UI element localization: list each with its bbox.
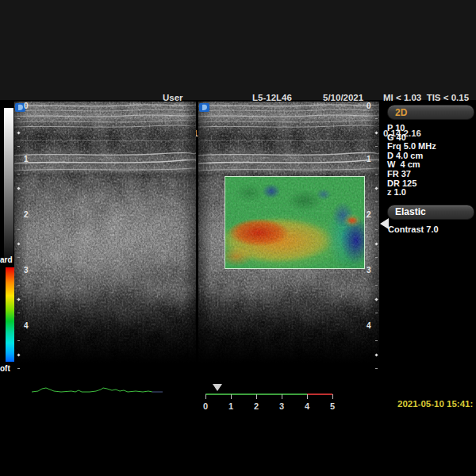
ruler-mark: 3 bbox=[367, 267, 371, 274]
mode-2d-button[interactable]: 2D bbox=[387, 105, 474, 120]
ruler-tick bbox=[375, 118, 378, 119]
probe-orientation-logo-icon bbox=[199, 103, 210, 113]
ruler-tick bbox=[375, 368, 378, 369]
compression-scale: 012345 bbox=[198, 381, 341, 414]
bmode-panel-left bbox=[14, 102, 196, 370]
scale-number: 2 bbox=[251, 401, 261, 411]
ruler-tick bbox=[17, 146, 20, 147]
ruler-tick bbox=[17, 353, 20, 356]
control-sidebar: 2D P 10G 40Frq 5.0 MHzD 4.0 cmW 4 cmFR 3… bbox=[387, 105, 474, 234]
ruler-mark: 1 bbox=[24, 155, 29, 163]
scale-tick bbox=[205, 394, 206, 399]
hard-label: ard bbox=[0, 255, 13, 264]
sidebar-param: FR 37 bbox=[387, 170, 474, 179]
ruler-tick bbox=[375, 174, 378, 175]
scale-pointer-icon[interactable] bbox=[213, 384, 222, 391]
ruler-mark: 2 bbox=[24, 211, 29, 219]
ruler-tick bbox=[374, 298, 378, 301]
mi-tis-readout: MI < 1.03 TIS < 0.15 bbox=[383, 92, 469, 104]
ultrasound-screen: User 20210510153606 L5-12L46 Thyroid 5/1… bbox=[0, 0, 476, 476]
pressure-trace bbox=[28, 382, 171, 401]
imaging-params-list: P 10G 40Frq 5.0 MHzD 4.0 cmW 4 cmFR 37DR… bbox=[387, 124, 474, 198]
ruler-mark: 1 bbox=[367, 155, 371, 163]
ruler-tick bbox=[17, 131, 20, 134]
ruler-tick bbox=[17, 298, 20, 301]
bmode-panel-right bbox=[198, 102, 379, 370]
ruler-tick bbox=[17, 313, 20, 313]
elasticity-color-bar bbox=[6, 267, 14, 362]
scale-number: 5 bbox=[328, 401, 337, 411]
ruler-mark: 2 bbox=[367, 211, 371, 219]
footer-timestamp: 2021-05-10 15:41: bbox=[397, 399, 473, 409]
elasto-texture bbox=[225, 177, 364, 268]
scale-number: 1 bbox=[226, 401, 236, 411]
scale-number: 3 bbox=[277, 401, 286, 411]
ruler-tick bbox=[17, 186, 20, 190]
depth-fade-left bbox=[14, 102, 196, 370]
scale-number: 0 bbox=[201, 401, 210, 411]
ruler-tick bbox=[375, 229, 378, 230]
ruler-tick bbox=[17, 285, 20, 286]
ruler-tick bbox=[374, 242, 378, 245]
ruler-tick bbox=[375, 313, 378, 313]
ruler-tick bbox=[374, 131, 378, 134]
depth-ruler-left: 01234 bbox=[16, 102, 33, 370]
ruler-tick bbox=[17, 242, 20, 245]
ruler-tick bbox=[375, 340, 378, 341]
ruler-mark: 3 bbox=[24, 267, 29, 274]
ruler-mark: 0 bbox=[24, 102, 29, 110]
scale-red-segment bbox=[307, 393, 332, 395]
ruler-tick bbox=[375, 257, 378, 258]
ruler-tick bbox=[17, 340, 20, 341]
scale-tick bbox=[231, 394, 232, 399]
grayscale-bar bbox=[4, 108, 13, 261]
scale-tick bbox=[256, 394, 257, 399]
soft-label: oft bbox=[0, 364, 10, 373]
ruler-tick bbox=[17, 202, 20, 202]
ruler-tick bbox=[375, 202, 378, 202]
scale-tick bbox=[282, 394, 282, 399]
trace-line bbox=[32, 388, 152, 392]
ruler-tick bbox=[17, 257, 20, 258]
sidebar-param: z 1.0 bbox=[387, 188, 474, 198]
ruler-tick bbox=[17, 174, 20, 175]
ruler-mark: 4 bbox=[367, 322, 371, 330]
ruler-tick bbox=[375, 146, 378, 147]
contrast-readout: Contrast 7.0 bbox=[387, 225, 474, 234]
sidebar-param: P 10 bbox=[387, 124, 474, 133]
ruler-tick bbox=[17, 118, 20, 119]
ruler-mark: 4 bbox=[24, 322, 29, 330]
ruler-tick bbox=[374, 353, 378, 356]
scale-tick bbox=[332, 394, 333, 399]
elastography-roi-box[interactable] bbox=[225, 176, 365, 269]
scale-tick bbox=[307, 394, 308, 399]
ruler-tick bbox=[374, 186, 378, 190]
ruler-tick bbox=[17, 229, 20, 230]
ruler-tick bbox=[17, 368, 20, 369]
depth-ruler-right: 01234 bbox=[363, 102, 381, 370]
scale-number: 4 bbox=[302, 401, 312, 411]
elastic-mode-button[interactable]: Elastic bbox=[387, 205, 474, 220]
ruler-mark: 0 bbox=[367, 102, 371, 110]
ruler-tick bbox=[375, 285, 378, 286]
